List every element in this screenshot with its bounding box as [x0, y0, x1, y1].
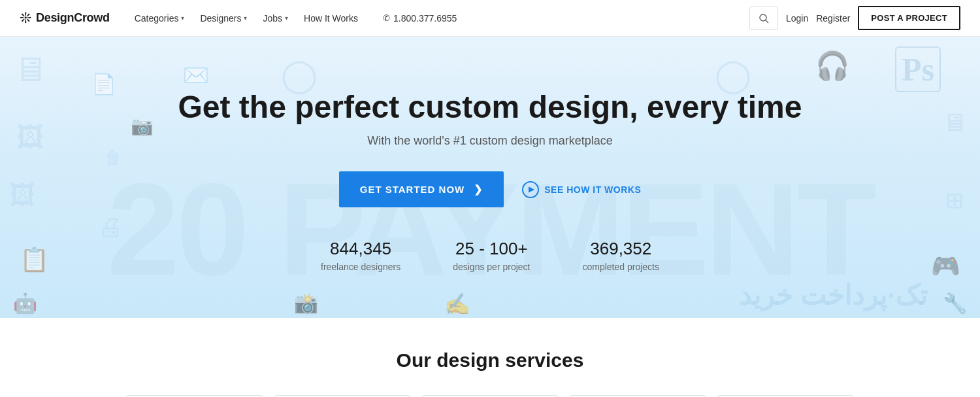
stat-projects-number: 369,352 — [582, 239, 659, 259]
services-title: Our design services — [13, 349, 967, 371]
list-icon: 📋 — [20, 246, 49, 273]
stat-designers: 844,345 freelance designers — [321, 239, 400, 272]
see-how-it-works-button[interactable]: ▶ SEE HOW IT WORKS — [522, 181, 641, 198]
stat-designs-number: 25 - 100+ — [453, 239, 530, 259]
grid-icon: ⊞ — [945, 187, 964, 213]
stat-designs-label: designs per project — [453, 262, 530, 272]
svg-line-1 — [766, 20, 768, 23]
hero-title: Get the perfect custom design, every tim… — [178, 89, 802, 125]
nav-actions: Login Register POST A PROJECT — [749, 6, 960, 30]
arabic-watermark: تک·پرداخت خرید — [739, 279, 928, 311]
wrench-icon: 🔧 — [943, 292, 967, 315]
camera-bottom-icon: 📸 — [294, 292, 318, 315]
services-section: Our design services 🖊 🌐 🖨 📦 🎨 — [0, 318, 980, 397]
photoshop-icon: Ps — [895, 46, 941, 92]
stat-designers-label: freelance designers — [321, 262, 400, 272]
logo-link[interactable]: ❊ DesignCrowd — [20, 10, 110, 27]
envelope-icon: ✉️ — [183, 63, 209, 88]
phone-icon: ✆ — [383, 13, 390, 23]
doc-icon: 📄 — [91, 73, 116, 95]
chevron-down-icon: ▾ — [244, 14, 247, 22]
stat-projects: 369,352 completed projects — [582, 239, 659, 272]
logo-icon: ❊ — [20, 10, 31, 27]
washing-icon: 🖨 — [98, 213, 123, 241]
stat-projects-label: completed projects — [582, 262, 659, 272]
headphones-icon: 🎧 — [815, 50, 849, 82]
gamepad-icon: 🎮 — [931, 252, 960, 280]
nav-links: Categories ▾ Designers ▾ Jobs ▾ How It W… — [128, 9, 736, 27]
search-button[interactable] — [749, 7, 778, 30]
monitor-right-icon: 🖥 — [942, 109, 967, 137]
chevron-down-icon: ▾ — [285, 14, 288, 22]
arrow-icon: ❯ — [474, 183, 483, 196]
logo-text: DesignCrowd — [36, 11, 110, 25]
image-icon: 🖼 — [10, 181, 36, 210]
hero-section: 🖥 🖼 🖼 📋 🤖 📷 ✉️ 🗑 🖨 📄 🎧 Ps 🖥 ⊞ 🎮 🔧 📸 — [0, 37, 980, 318]
ai-icon: 🤖 — [13, 292, 37, 315]
hero-stats: 844,345 freelance designers 25 - 100+ de… — [321, 239, 659, 272]
pen-hand-icon: ✍️ — [444, 292, 470, 317]
register-link[interactable]: Register — [816, 13, 850, 24]
phone-number: ✆ 1.800.377.6955 — [383, 13, 457, 24]
get-started-button[interactable]: GET STARTED NOW ❯ — [339, 171, 504, 207]
stat-designs: 25 - 100+ designs per project — [453, 239, 530, 272]
nav-categories[interactable]: Categories ▾ — [128, 9, 191, 27]
post-project-button[interactable]: POST A PROJECT — [858, 6, 960, 30]
camera-icon: 📷 — [131, 115, 154, 137]
chevron-down-icon: ▾ — [181, 14, 184, 22]
nav-designers[interactable]: Designers ▾ — [193, 9, 253, 27]
trash-icon: 🗑 — [105, 148, 122, 168]
easel-icon: 🖼 — [16, 122, 44, 153]
nav-jobs[interactable]: Jobs ▾ — [256, 9, 295, 27]
monitor-icon: 🖥 — [13, 50, 47, 89]
navbar: ❊ DesignCrowd Categories ▾ Designers ▾ J… — [0, 0, 980, 37]
play-icon: ▶ — [522, 181, 539, 198]
hero-buttons: GET STARTED NOW ❯ ▶ SEE HOW IT WORKS — [339, 171, 642, 207]
hero-subtitle: With the world's #1 custom design market… — [367, 134, 613, 148]
stat-designers-number: 844,345 — [321, 239, 400, 259]
nav-how-it-works[interactable]: How It Works — [297, 9, 365, 27]
login-link[interactable]: Login — [786, 13, 808, 24]
